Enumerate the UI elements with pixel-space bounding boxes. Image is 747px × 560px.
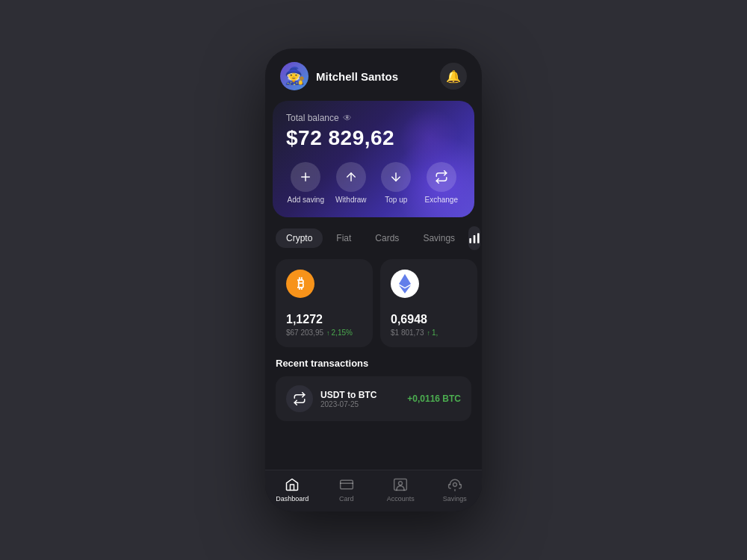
exchange-label: Exchange	[425, 196, 458, 204]
eth-usd: $1 801,73 1,	[391, 329, 467, 337]
tab-cards[interactable]: Cards	[365, 228, 409, 248]
btc-amount: 1,1272	[286, 313, 362, 326]
withdraw-circle	[336, 162, 366, 192]
card-icon	[338, 476, 355, 493]
action-buttons: Add saving Withdraw Top up	[286, 162, 461, 204]
svg-rect-5	[474, 235, 476, 243]
tab-fiat[interactable]: Fiat	[326, 228, 362, 248]
bell-icon: 🔔	[446, 69, 461, 84]
bottom-nav: Dashboard Card Accounts	[265, 470, 482, 511]
avatar-emoji: 🧙	[285, 68, 305, 84]
tx-info: USDT to BTC 2023-07-25	[320, 390, 400, 408]
tabs-row: Crypto Fiat Cards Savings	[265, 217, 482, 256]
exchange-circle	[427, 162, 456, 192]
nav-card[interactable]: Card	[320, 476, 374, 503]
home-icon	[284, 476, 300, 493]
tab-crypto[interactable]: Crypto	[276, 228, 323, 248]
header: 🧙 Mitchell Santos 🔔	[265, 49, 482, 101]
avatar: 🧙	[280, 62, 309, 90]
svg-rect-6	[477, 233, 480, 243]
phone-frame: 🧙 Mitchell Santos 🔔 Total balance 👁 $72 …	[265, 49, 482, 511]
tx-date: 2023-07-25	[320, 400, 400, 408]
balance-label: Total balance 👁	[286, 113, 461, 123]
chart-view-button[interactable]	[468, 226, 480, 250]
accounts-icon	[392, 476, 409, 493]
transaction-item[interactable]: USDT to BTC 2023-07-25 +0,0116 BTC	[276, 376, 471, 421]
tx-amount: +0,0116 BTC	[407, 393, 461, 404]
svg-point-11	[453, 483, 456, 487]
btc-change: 2,15%	[326, 329, 353, 337]
svg-rect-9	[394, 479, 407, 491]
nav-savings-label: Savings	[443, 495, 467, 503]
add-saving-label: Add saving	[288, 196, 324, 204]
exchange-button[interactable]: Exchange	[422, 162, 462, 204]
recent-title: Recent transactions	[276, 358, 471, 369]
nav-dashboard-label: Dashboard	[276, 495, 309, 503]
balance-amount: $72 829,62	[286, 126, 461, 150]
savings-icon	[447, 476, 463, 493]
eth-amount: 0,6948	[391, 313, 467, 326]
withdraw-button[interactable]: Withdraw	[332, 162, 371, 204]
svg-rect-4	[469, 238, 471, 243]
notification-button[interactable]: 🔔	[440, 63, 467, 90]
nav-card-label: Card	[339, 495, 354, 503]
top-up-circle	[381, 162, 411, 192]
svg-rect-7	[340, 480, 353, 489]
nav-accounts[interactable]: Accounts	[374, 476, 428, 503]
balance-card: Total balance 👁 $72 829,62 Add saving Wi…	[273, 101, 474, 217]
eye-icon[interactable]: 👁	[343, 113, 352, 123]
tx-name: USDT to BTC	[320, 390, 400, 400]
eth-card[interactable]: 0,6948 $1 801,73 1,	[380, 259, 477, 347]
recent-transactions: Recent transactions USDT to BTC 2023-07-…	[265, 355, 482, 427]
withdraw-label: Withdraw	[335, 196, 367, 204]
tab-savings[interactable]: Savings	[412, 228, 465, 248]
tx-exchange-icon	[286, 385, 313, 412]
nav-savings[interactable]: Savings	[428, 476, 483, 503]
eth-change: 1,	[427, 329, 438, 337]
add-saving-circle	[291, 162, 320, 192]
btc-usd: $67 203,95 2,15%	[286, 329, 362, 337]
btc-logo: ₿	[286, 270, 314, 298]
top-up-button[interactable]: Top up	[376, 162, 416, 204]
nav-accounts-label: Accounts	[387, 495, 415, 503]
crypto-cards: ₿ 1,1272 $67 203,95 2,15% 0,6948 $1 801,…	[265, 256, 482, 355]
top-up-label: Top up	[385, 196, 407, 204]
eth-logo	[391, 270, 419, 298]
svg-point-10	[399, 482, 403, 485]
nav-dashboard[interactable]: Dashboard	[265, 476, 320, 503]
btc-card[interactable]: ₿ 1,1272 $67 203,95 2,15%	[276, 259, 373, 347]
add-saving-button[interactable]: Add saving	[286, 162, 326, 204]
user-name: Mitchell Santos	[316, 70, 440, 83]
